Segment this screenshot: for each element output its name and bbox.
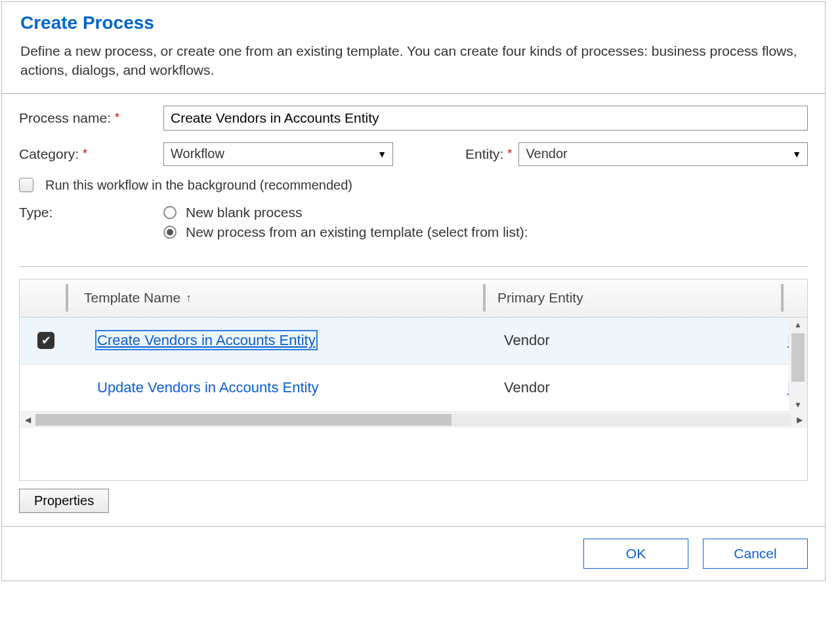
entity-label: Entity: *	[465, 146, 512, 162]
scroll-left-icon: ◀	[20, 415, 35, 424]
grid-header-check-col	[20, 284, 72, 312]
scroll-thumb	[35, 414, 452, 426]
dialog-title: Create Process	[20, 12, 807, 33]
type-options: New blank process New process from an ex…	[163, 205, 528, 240]
column-header-primary-entity-text: Primary Entity	[497, 290, 583, 305]
row-template-name: Update Vendors in Accounts Entity	[72, 379, 492, 396]
column-header-template-name[interactable]: Template Name ↑	[72, 290, 483, 306]
required-icon: *	[507, 147, 512, 161]
grid-header: Template Name ↑ Primary Entity	[20, 279, 807, 318]
row-checkbox-cell[interactable]: ✔	[20, 332, 72, 349]
form-area: Process name: * Category: * Workflow ▼ E…	[2, 94, 825, 257]
category-label: Category: *	[19, 146, 163, 162]
horizontal-scrollbar[interactable]: ◀ ▶	[20, 412, 807, 428]
run-background-row: Run this workflow in the background (rec…	[19, 178, 808, 193]
ok-button[interactable]: OK	[583, 539, 688, 569]
properties-button[interactable]: Properties	[19, 489, 109, 513]
run-background-checkbox[interactable]	[19, 178, 33, 192]
template-grid: Template Name ↑ Primary Entity ✔ Create …	[19, 279, 808, 481]
grid-body: ✔ Create Vendors in Accounts Entity Vend…	[20, 318, 807, 412]
template-name-link[interactable]: Create Vendors in Accounts Entity	[97, 332, 316, 348]
category-select-value: Workflow	[163, 142, 393, 166]
scroll-down-icon: ▼	[794, 398, 802, 412]
scroll-up-icon: ▲	[794, 318, 802, 332]
vertical-scrollbar[interactable]: ▲ ▼	[789, 318, 807, 412]
entity-select-value: Vendor	[518, 142, 808, 166]
checked-icon: ✔	[37, 332, 54, 349]
process-name-label-text: Process name:	[19, 110, 111, 126]
type-label: Type:	[19, 205, 163, 220]
column-divider	[781, 284, 784, 312]
type-option-template[interactable]: New process from an existing template (s…	[163, 224, 528, 240]
run-background-label: Run this workflow in the background (rec…	[45, 178, 352, 193]
column-header-primary-entity[interactable]: Primary Entity	[486, 290, 781, 306]
properties-row: Properties	[2, 481, 825, 526]
table-row[interactable]: ✔ Create Vendors in Accounts Entity Vend…	[20, 318, 807, 365]
table-row[interactable]: Update Vendors in Accounts Entity Vendor…	[20, 365, 807, 412]
process-name-row: Process name: *	[19, 106, 808, 131]
dialog-subtitle: Define a new process, or create one from…	[20, 41, 807, 80]
required-icon: *	[83, 147, 87, 161]
column-header-template-name-text: Template Name	[84, 290, 180, 306]
category-select[interactable]: Workflow ▼	[163, 142, 393, 166]
entity-label-text: Entity:	[465, 146, 503, 162]
required-icon: *	[115, 111, 119, 125]
category-label-text: Category:	[19, 146, 79, 162]
process-name-input[interactable]	[163, 106, 808, 131]
sort-ascending-icon: ↑	[186, 291, 192, 305]
type-option-template-label: New process from an existing template (s…	[186, 224, 528, 240]
row-primary-entity: Vendor	[492, 332, 788, 349]
row-primary-entity: Vendor	[492, 379, 788, 396]
row-template-name: Create Vendors in Accounts Entity	[72, 332, 492, 349]
scroll-thumb	[791, 333, 805, 382]
radio-icon	[163, 226, 177, 239]
scroll-right-icon: ▶	[791, 415, 807, 424]
type-option-blank-label: New blank process	[186, 205, 302, 220]
template-name-link[interactable]: Update Vendors in Accounts Entity	[97, 379, 319, 396]
grid-padding	[20, 428, 807, 480]
create-process-dialog: Create Process Define a new process, or …	[1, 1, 826, 581]
type-option-blank[interactable]: New blank process	[163, 205, 528, 220]
dialog-footer: OK Cancel	[2, 526, 825, 581]
radio-icon	[163, 206, 177, 219]
type-row: Type: New blank process New process from…	[19, 205, 808, 240]
scroll-track	[35, 414, 791, 426]
process-name-label: Process name: *	[19, 110, 163, 126]
dialog-header: Create Process Define a new process, or …	[2, 2, 825, 93]
entity-select[interactable]: Vendor ▼	[518, 142, 808, 166]
category-entity-row: Category: * Workflow ▼ Entity: * Vendor …	[19, 142, 808, 166]
form-separator	[19, 266, 808, 267]
cancel-button[interactable]: Cancel	[703, 539, 808, 569]
column-divider	[66, 284, 68, 312]
